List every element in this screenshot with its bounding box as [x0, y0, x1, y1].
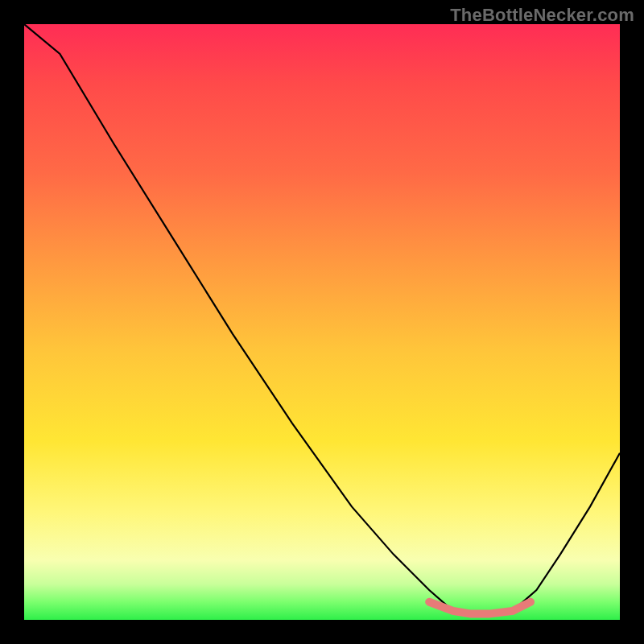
chart-plot-area	[24, 24, 620, 620]
bottleneck-curve	[24, 24, 620, 614]
optimal-range-highlight	[429, 602, 530, 614]
chart-curve-layer	[24, 24, 620, 620]
watermark-text: TheBottleNecker.com	[450, 5, 634, 26]
